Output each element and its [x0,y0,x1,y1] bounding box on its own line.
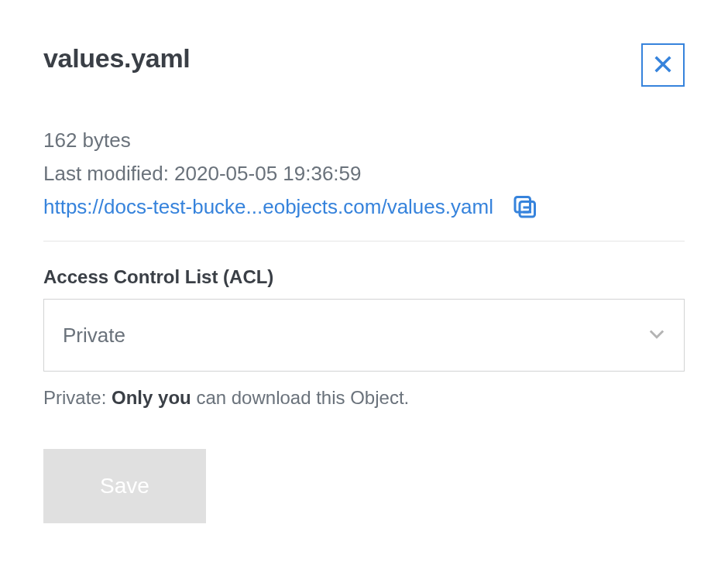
svg-rect-2 [515,197,531,212]
acl-helper-text: Private: Only you can download this Obje… [43,387,685,409]
acl-select[interactable]: Private [43,299,685,372]
divider [43,241,685,242]
helper-suffix: can download this Object. [191,387,410,408]
helper-strong: Only you [112,387,191,408]
close-button[interactable] [641,43,685,87]
save-button[interactable]: Save [43,449,206,523]
file-size: 162 bytes [43,125,685,156]
page-title: values.yaml [43,43,191,74]
acl-label: Access Control List (ACL) [43,266,685,288]
copy-icon[interactable] [510,194,538,221]
last-modified: Last modified: 2020-05-05 19:36:59 [43,159,685,189]
helper-prefix: Private: [43,387,112,408]
object-url-link[interactable]: https://docs-test-bucke...eobjects.com/v… [43,192,493,222]
svg-rect-3 [520,201,535,217]
close-icon [652,53,674,77]
